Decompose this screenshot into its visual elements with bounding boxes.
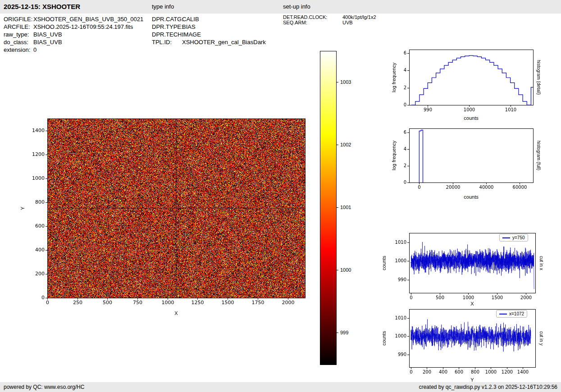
meta-label: TPL.ID: (152, 38, 182, 46)
meta-label: extension: (4, 46, 33, 54)
setup-info-block: DET.READ.CLOCK:400k/1pt/lg/1x2 SEQ.ARM:U… (283, 14, 376, 25)
colorbar-tick-label: 1003 (340, 79, 351, 85)
cut-x-y-axis-label: counts (381, 233, 388, 293)
meta-label: DPR.CATG: (152, 15, 182, 23)
cut-y-legend-label: x=1072 (509, 311, 524, 316)
cut-x-side-label: cut in x (537, 233, 544, 293)
colorbar: 9991000100110021003 (320, 51, 358, 365)
footer-bar: powered by QC: www.eso.org/HC created by… (0, 382, 561, 392)
meta-label: SEQ.ARM: (283, 20, 342, 25)
meta-value: XSHOOTER_GEN_BIAS_UVB_350_0021 (33, 16, 143, 23)
meta-label: raw_type: (4, 31, 33, 38)
meta-value: IMAGE (182, 31, 201, 38)
meta-row: DPR.TYPE:BIAS (152, 23, 266, 31)
file-info-block: ORIGFILE:XSHOOTER_GEN_BIAS_UVB_350_0021 … (4, 15, 143, 54)
histogram-full-canvas (388, 124, 538, 194)
meta-value: BIAS_UVB (33, 39, 62, 46)
cut-x-legend: y=750 (499, 234, 528, 242)
colorbar-tick-mark (337, 207, 338, 208)
raw-frame-heatmap-canvas (27, 113, 315, 312)
colorbar-tick-label: 1001 (340, 205, 351, 210)
meta-value: 0 (33, 46, 36, 53)
type-info-block: DPR.CATG:CALIB DPR.TYPE:BIAS DPR.TECH:IM… (152, 15, 266, 46)
colorbar-tick-label: 1000 (340, 267, 351, 273)
meta-row: extension:0 (4, 46, 143, 54)
colorbar-tick-mark (337, 145, 338, 145)
colorbar-tick-mark (337, 333, 338, 333)
hist-detail-side-label: histogram (detail) (534, 50, 541, 105)
cut-y-legend: x=1072 (496, 310, 527, 318)
setup-info-heading: set-up info (283, 0, 310, 14)
meta-value: CALIB (182, 16, 199, 23)
main-y-axis-label: Y (20, 119, 27, 298)
hist-full-side-label: histogram (full) (534, 128, 541, 182)
meta-row: DET.READ.CLOCK:400k/1pt/lg/1x2 (283, 14, 376, 20)
meta-value: UVB (342, 20, 353, 25)
meta-label: do_class: (4, 38, 33, 46)
type-info-heading: type info (152, 0, 174, 14)
hist-detail-x-axis-label: counts (409, 115, 533, 121)
meta-row: raw_type:BIAS_UVB (4, 31, 143, 38)
colorbar-tick-mark (337, 82, 338, 82)
cut-y-y-axis-label: counts (381, 309, 388, 367)
meta-row: do_class:BIAS_UVB (4, 38, 143, 46)
footer-right-text: created by qc_rawdisp.py v1.2.3 on 2025-… (419, 382, 557, 392)
meta-value: BIAS (182, 23, 196, 30)
meta-value: 400k/1pt/lg/1x2 (342, 14, 376, 20)
meta-row: SEQ.ARM:UVB (283, 20, 376, 25)
hist-full-y-axis-label: log frequency (391, 128, 398, 182)
colorbar-tick-mark (337, 270, 338, 270)
colorbar-tick-label: 999 (340, 330, 348, 335)
colorbar-gradient (320, 51, 337, 365)
page-title: 2025-12-15: XSHOOTER (4, 0, 80, 14)
histogram-detail-canvas (388, 45, 538, 115)
hist-detail-y-axis-label: log frequency (391, 50, 398, 105)
meta-label: ARCFILE: (4, 23, 33, 31)
meta-label: ORIGFILE: (4, 15, 33, 23)
hist-full-x-axis-label: counts (409, 194, 533, 200)
header-bar: 2025-12-15: XSHOOTER type info set-up in… (0, 0, 561, 14)
meta-row: ORIGFILE:XSHOOTER_GEN_BIAS_UVB_350_0021 (4, 15, 143, 23)
meta-row: DPR.TECH:IMAGE (152, 31, 266, 38)
meta-value: XSHOO.2025-12-16T09:55:24.197.fits (33, 23, 133, 30)
meta-row: DPR.CATG:CALIB (152, 15, 266, 23)
colorbar-tick-label: 1002 (340, 142, 351, 147)
meta-row: ARCFILE:XSHOO.2025-12-16T09:55:24.197.fi… (4, 23, 143, 31)
meta-value: BIAS_UVB (33, 31, 62, 38)
cut-x-legend-label: y=750 (512, 235, 525, 240)
legend-line-icon (499, 314, 507, 315)
meta-label: DPR.TECH: (152, 31, 182, 38)
meta-label: DET.READ.CLOCK: (283, 14, 342, 20)
cut-y-side-label: cut in y (537, 309, 544, 367)
meta-label: DPR.TYPE: (152, 23, 182, 31)
qc-report-page: 2025-12-15: XSHOOTER type info set-up in… (0, 0, 561, 392)
legend-line-icon (502, 237, 510, 238)
meta-value: XSHOOTER_gen_cal_BiasDark (182, 39, 266, 46)
main-x-axis-label: X (47, 310, 305, 316)
meta-row: TPL.ID:XSHOOTER_gen_cal_BiasDark (152, 38, 266, 46)
footer-left-text: powered by QC: www.eso.org/HC (4, 382, 84, 392)
